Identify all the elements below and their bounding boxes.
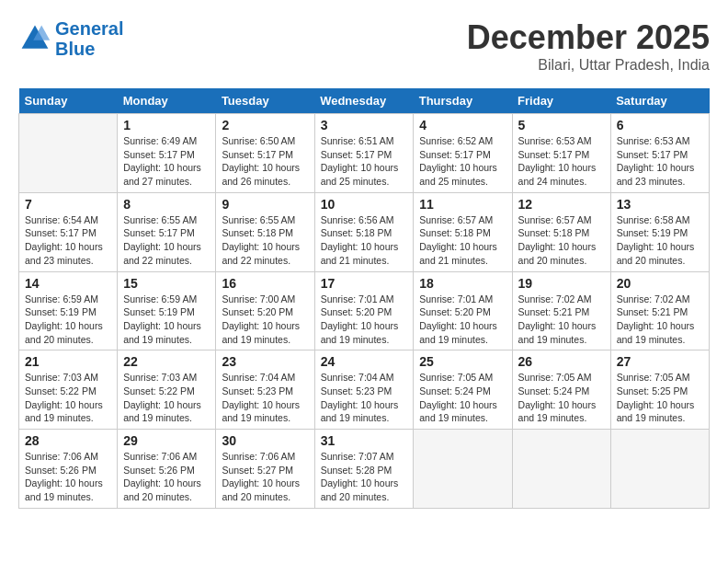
day-info: Sunrise: 7:03 AMSunset: 5:22 PMDaylight:… — [123, 371, 210, 425]
title-area: December 2025 Bilari, Uttar Pradesh, Ind… — [467, 18, 710, 74]
calendar-cell: 30Sunrise: 7:06 AMSunset: 5:27 PMDayligh… — [216, 430, 314, 509]
day-number: 13 — [617, 197, 703, 212]
week-row-1: 1Sunrise: 6:49 AMSunset: 5:17 PMDaylight… — [19, 114, 710, 193]
header-thursday: Thursday — [414, 88, 512, 114]
day-info: Sunrise: 7:05 AMSunset: 5:24 PMDaylight:… — [419, 371, 506, 425]
logo-text: General Blue — [55, 18, 123, 59]
calendar-cell: 5Sunrise: 6:53 AMSunset: 5:17 PMDaylight… — [512, 114, 610, 193]
day-info: Sunrise: 6:54 AMSunset: 5:17 PMDaylight:… — [25, 213, 111, 268]
calendar-cell: 29Sunrise: 7:06 AMSunset: 5:26 PMDayligh… — [118, 430, 216, 509]
month-title: December 2025 — [467, 18, 710, 57]
calendar-cell: 21Sunrise: 7:03 AMSunset: 5:22 PMDayligh… — [19, 350, 118, 430]
day-info: Sunrise: 6:53 AMSunset: 5:17 PMDaylight:… — [518, 134, 605, 189]
day-number: 5 — [518, 118, 605, 132]
calendar-cell: 3Sunrise: 6:51 AMSunset: 5:17 PMDaylight… — [314, 114, 414, 193]
day-number: 27 — [617, 354, 703, 369]
header-monday: Monday — [118, 88, 216, 114]
logo-icon — [18, 22, 51, 55]
day-number: 21 — [25, 354, 111, 369]
day-number: 20 — [617, 276, 703, 291]
calendar-cell: 20Sunrise: 7:02 AMSunset: 5:21 PMDayligh… — [610, 271, 709, 350]
day-number: 30 — [222, 433, 308, 448]
day-info: Sunrise: 6:49 AMSunset: 5:17 PMDaylight:… — [123, 134, 210, 189]
calendar-cell: 7Sunrise: 6:54 AMSunset: 5:17 PMDaylight… — [19, 192, 118, 271]
day-number: 15 — [123, 276, 210, 291]
header-saturday: Saturday — [610, 88, 709, 114]
week-row-4: 21Sunrise: 7:03 AMSunset: 5:22 PMDayligh… — [19, 350, 710, 430]
day-info: Sunrise: 7:01 AMSunset: 5:20 PMDaylight:… — [321, 293, 408, 347]
week-row-5: 28Sunrise: 7:06 AMSunset: 5:26 PMDayligh… — [19, 430, 710, 509]
day-number: 19 — [518, 276, 605, 291]
day-number: 25 — [419, 354, 506, 369]
day-info: Sunrise: 7:06 AMSunset: 5:27 PMDaylight:… — [222, 450, 308, 504]
day-number: 10 — [321, 197, 408, 212]
day-info: Sunrise: 6:50 AMSunset: 5:17 PMDaylight:… — [222, 134, 308, 189]
calendar-cell: 6Sunrise: 6:53 AMSunset: 5:17 PMDaylight… — [610, 114, 709, 193]
calendar-cell: 19Sunrise: 7:02 AMSunset: 5:21 PMDayligh… — [512, 271, 610, 350]
day-info: Sunrise: 7:06 AMSunset: 5:26 PMDaylight:… — [25, 450, 111, 504]
calendar-cell: 18Sunrise: 7:01 AMSunset: 5:20 PMDayligh… — [414, 271, 512, 350]
day-number: 9 — [222, 197, 308, 212]
calendar-cell: 27Sunrise: 7:05 AMSunset: 5:25 PMDayligh… — [610, 350, 709, 430]
day-info: Sunrise: 7:06 AMSunset: 5:26 PMDaylight:… — [123, 450, 210, 504]
calendar-cell: 9Sunrise: 6:55 AMSunset: 5:18 PMDaylight… — [216, 192, 314, 271]
day-info: Sunrise: 7:03 AMSunset: 5:22 PMDaylight:… — [25, 371, 111, 425]
day-info: Sunrise: 7:04 AMSunset: 5:23 PMDaylight:… — [222, 371, 308, 425]
day-info: Sunrise: 6:59 AMSunset: 5:19 PMDaylight:… — [123, 293, 210, 347]
day-info: Sunrise: 7:04 AMSunset: 5:23 PMDaylight:… — [321, 371, 408, 425]
day-info: Sunrise: 6:59 AMSunset: 5:19 PMDaylight:… — [25, 293, 111, 347]
calendar-cell: 8Sunrise: 6:55 AMSunset: 5:17 PMDaylight… — [118, 192, 216, 271]
day-number: 31 — [321, 433, 408, 448]
day-info: Sunrise: 7:01 AMSunset: 5:20 PMDaylight:… — [419, 293, 506, 347]
calendar-cell: 25Sunrise: 7:05 AMSunset: 5:24 PMDayligh… — [414, 350, 512, 430]
day-number: 24 — [321, 354, 408, 369]
day-number: 3 — [321, 118, 408, 132]
day-info: Sunrise: 6:58 AMSunset: 5:19 PMDaylight:… — [617, 213, 703, 268]
calendar-cell: 24Sunrise: 7:04 AMSunset: 5:23 PMDayligh… — [314, 350, 414, 430]
calendar-cell: 12Sunrise: 6:57 AMSunset: 5:18 PMDayligh… — [512, 192, 610, 271]
calendar-header: SundayMondayTuesdayWednesdayThursdayFrid… — [19, 88, 710, 114]
calendar-cell: 10Sunrise: 6:56 AMSunset: 5:18 PMDayligh… — [314, 192, 414, 271]
day-number: 22 — [123, 354, 210, 369]
calendar-cell: 17Sunrise: 7:01 AMSunset: 5:20 PMDayligh… — [314, 271, 414, 350]
calendar-cell — [19, 114, 118, 193]
day-number: 14 — [25, 276, 111, 291]
day-number: 16 — [222, 276, 308, 291]
calendar-cell — [414, 430, 512, 509]
day-number: 8 — [123, 197, 210, 212]
day-info: Sunrise: 7:02 AMSunset: 5:21 PMDaylight:… — [617, 293, 703, 347]
day-info: Sunrise: 7:05 AMSunset: 5:25 PMDaylight:… — [617, 371, 703, 425]
calendar-cell: 13Sunrise: 6:58 AMSunset: 5:19 PMDayligh… — [610, 192, 709, 271]
day-number: 7 — [25, 197, 111, 212]
header-sunday: Sunday — [19, 88, 118, 114]
day-number: 1 — [123, 118, 210, 132]
day-number: 18 — [419, 276, 506, 291]
day-number: 12 — [518, 197, 605, 212]
calendar-body: 1Sunrise: 6:49 AMSunset: 5:17 PMDaylight… — [19, 114, 710, 509]
day-info: Sunrise: 6:55 AMSunset: 5:17 PMDaylight:… — [123, 213, 210, 268]
day-number: 29 — [123, 433, 210, 448]
day-info: Sunrise: 7:05 AMSunset: 5:24 PMDaylight:… — [518, 371, 605, 425]
day-number: 11 — [419, 197, 506, 212]
day-number: 17 — [321, 276, 408, 291]
calendar-cell: 23Sunrise: 7:04 AMSunset: 5:23 PMDayligh… — [216, 350, 314, 430]
header-tuesday: Tuesday — [216, 88, 314, 114]
calendar-cell: 26Sunrise: 7:05 AMSunset: 5:24 PMDayligh… — [512, 350, 610, 430]
day-info: Sunrise: 7:07 AMSunset: 5:28 PMDaylight:… — [321, 450, 408, 504]
day-info: Sunrise: 6:56 AMSunset: 5:18 PMDaylight:… — [321, 213, 408, 268]
header-friday: Friday — [512, 88, 610, 114]
calendar-cell: 4Sunrise: 6:52 AMSunset: 5:17 PMDaylight… — [414, 114, 512, 193]
logo-line2: Blue — [55, 39, 95, 59]
logo: General Blue — [18, 18, 123, 59]
header-row: SundayMondayTuesdayWednesdayThursdayFrid… — [19, 88, 710, 114]
page-header: General Blue December 2025 Bilari, Uttar… — [18, 18, 710, 74]
calendar-cell: 16Sunrise: 7:00 AMSunset: 5:20 PMDayligh… — [216, 271, 314, 350]
calendar-cell: 28Sunrise: 7:06 AMSunset: 5:26 PMDayligh… — [19, 430, 118, 509]
calendar-cell: 2Sunrise: 6:50 AMSunset: 5:17 PMDaylight… — [216, 114, 314, 193]
day-info: Sunrise: 7:02 AMSunset: 5:21 PMDaylight:… — [518, 293, 605, 347]
header-wednesday: Wednesday — [314, 88, 414, 114]
calendar-table: SundayMondayTuesdayWednesdayThursdayFrid… — [18, 88, 710, 509]
calendar-cell: 11Sunrise: 6:57 AMSunset: 5:18 PMDayligh… — [414, 192, 512, 271]
day-number: 28 — [25, 433, 111, 448]
day-number: 26 — [518, 354, 605, 369]
